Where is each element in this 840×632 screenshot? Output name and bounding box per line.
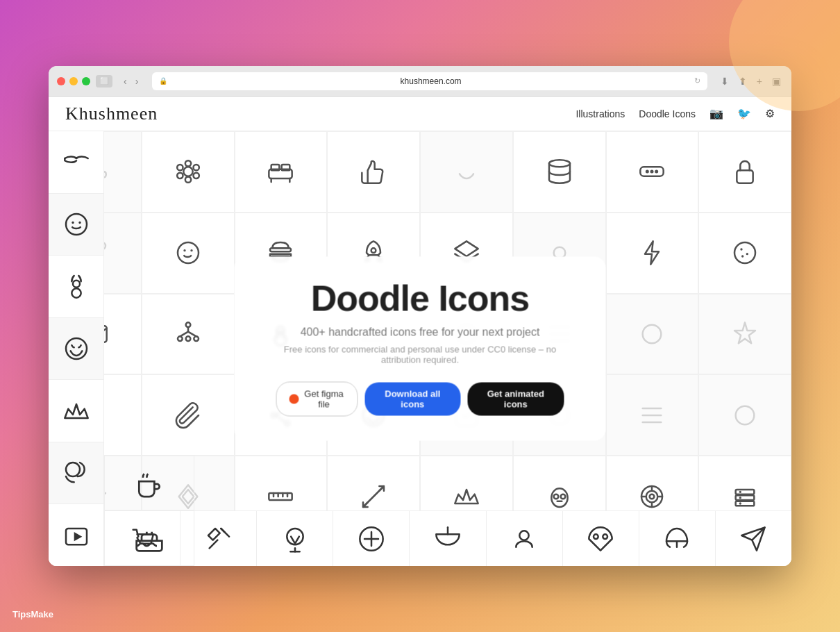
icon-card [49, 256, 103, 318]
svg-rect-69 [736, 490, 755, 494]
cta-buttons: Get figma file Download all icons Get an… [276, 382, 564, 417]
icon-card [606, 213, 699, 294]
svg-point-24 [371, 249, 376, 253]
icon-card [606, 374, 699, 456]
icon-card [606, 294, 699, 375]
back-button[interactable]: ‹ [121, 76, 130, 87]
svg-point-96 [519, 531, 528, 540]
refresh-icon: ↻ [694, 76, 700, 85]
download-icon[interactable]: ⬇ [719, 76, 731, 87]
lock-icon: 🔒 [159, 77, 167, 85]
svg-point-3 [193, 173, 199, 178]
icon-card [104, 455, 194, 510]
icon-card [327, 131, 420, 213]
svg-point-44 [643, 325, 662, 344]
svg-point-16 [655, 170, 659, 174]
browser-chrome: ⬜ ‹ › 🔒 khushmeen.com ↻ ⬇ ⬆ + ▣ [49, 66, 791, 97]
svg-point-81 [66, 214, 87, 235]
svg-point-54 [736, 406, 755, 424]
hero-license: Free icons for commercial and personal u… [276, 344, 564, 365]
download-all-button[interactable]: Download all icons [365, 383, 461, 416]
icon-card [142, 131, 235, 213]
icon-card [49, 131, 103, 194]
svg-rect-17 [737, 171, 753, 183]
svg-point-21 [190, 249, 192, 251]
get-figma-button[interactable]: Get figma file [276, 382, 358, 417]
svg-point-5 [177, 173, 183, 178]
svg-point-85 [73, 281, 80, 288]
instagram-icon[interactable]: 📷 [709, 107, 723, 120]
icon-card [142, 374, 235, 456]
svg-point-19 [178, 242, 199, 263]
svg-line-34 [180, 332, 188, 337]
svg-point-6 [177, 165, 183, 170]
site-nav: Khushmeen Illustrations Doodle Icons 📷 🐦… [49, 97, 791, 131]
svg-point-27 [734, 242, 755, 263]
svg-point-72 [739, 490, 741, 492]
figma-icon [289, 394, 299, 404]
svg-line-35 [188, 332, 196, 337]
icon-card [410, 511, 486, 566]
close-button[interactable] [57, 77, 65, 85]
svg-point-1 [185, 161, 190, 167]
address-bar[interactable]: 🔒 khushmeen.com ↻ [152, 72, 707, 90]
svg-point-37 [185, 336, 190, 341]
svg-point-83 [78, 222, 81, 224]
sidebar-toggle-button[interactable]: ⬜ [96, 75, 112, 88]
figma-button-label: Get figma file [303, 389, 345, 410]
icon-card [142, 213, 235, 294]
icon-card [420, 131, 513, 213]
icon-card [487, 511, 563, 566]
svg-point-65 [560, 494, 565, 499]
svg-point-38 [194, 336, 199, 341]
twitter-icon[interactable]: 🐦 [737, 107, 751, 120]
icon-card [257, 511, 333, 566]
svg-point-0 [183, 167, 192, 176]
svg-rect-22 [270, 249, 291, 252]
svg-point-87 [66, 463, 80, 476]
icon-card [49, 194, 103, 256]
icon-area: Doodle Icons 400+ handcrafted icons free… [49, 131, 791, 566]
svg-point-67 [646, 490, 658, 502]
icon-card [235, 131, 328, 213]
icon-card [563, 511, 639, 566]
svg-point-14 [646, 170, 649, 174]
nav-doodle-icons[interactable]: Doodle Icons [639, 108, 696, 119]
nav-illustrations[interactable]: Illustrations [576, 108, 625, 119]
svg-marker-89 [74, 532, 82, 541]
maximize-button[interactable] [82, 77, 90, 85]
svg-point-12 [549, 160, 570, 167]
svg-rect-70 [736, 495, 755, 500]
icon-card [698, 374, 791, 456]
icon-card [639, 511, 716, 566]
settings-icon[interactable]: ⚙ [765, 107, 775, 120]
svg-point-4 [185, 177, 190, 183]
icon-card [606, 131, 699, 213]
icon-card [698, 294, 791, 375]
icon-card [49, 318, 103, 381]
animated-icons-button[interactable]: Get animated icons [467, 383, 564, 416]
icon-card [698, 213, 791, 294]
site-logo: Khushmeen [65, 103, 158, 124]
svg-point-74 [739, 502, 741, 504]
icon-card [49, 504, 103, 566]
icon-card [698, 131, 791, 213]
svg-point-28 [740, 249, 742, 251]
browser-window: ⬜ ‹ › 🔒 khushmeen.com ↻ ⬇ ⬆ + ▣ Khushmee… [49, 66, 791, 566]
icon-card [49, 442, 103, 505]
icon-card [104, 510, 194, 566]
tipsmake-label: TipsMake [12, 609, 53, 619]
forward-button[interactable]: › [133, 76, 142, 87]
hero-title: Doodle Icons [276, 278, 564, 319]
hero-subtitle: 400+ handcrafted icons free for your nex… [276, 326, 564, 339]
svg-point-98 [603, 534, 608, 539]
minimize-button[interactable] [69, 77, 78, 85]
svg-point-64 [553, 494, 558, 499]
url-text: khushmeen.com [171, 76, 689, 86]
svg-point-68 [650, 494, 655, 499]
svg-rect-57 [269, 493, 292, 500]
traffic-lights [57, 77, 90, 85]
icon-card [716, 511, 791, 566]
svg-point-73 [739, 497, 741, 499]
svg-point-2 [193, 165, 199, 170]
